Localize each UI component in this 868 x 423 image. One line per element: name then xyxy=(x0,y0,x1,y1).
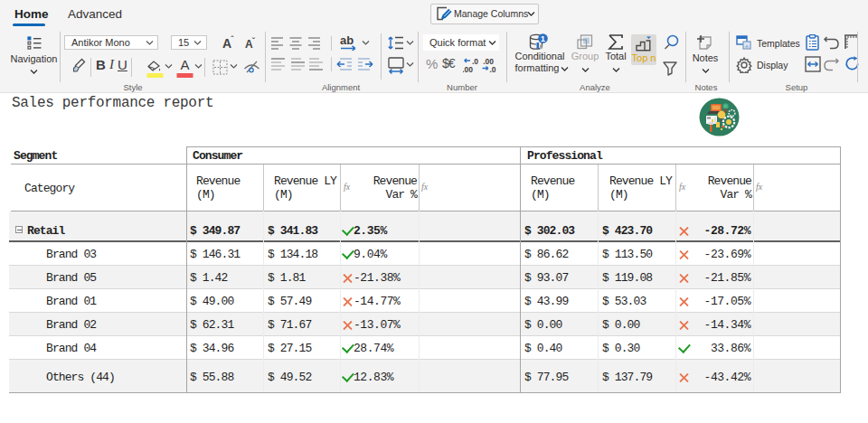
svg-text:ab: ab xyxy=(340,34,354,47)
svg-text:.00: .00 xyxy=(463,65,473,73)
svg-text:.0: .0 xyxy=(489,65,495,73)
svg-text:A: A xyxy=(180,58,189,72)
svg-text:1: 1 xyxy=(541,33,546,43)
